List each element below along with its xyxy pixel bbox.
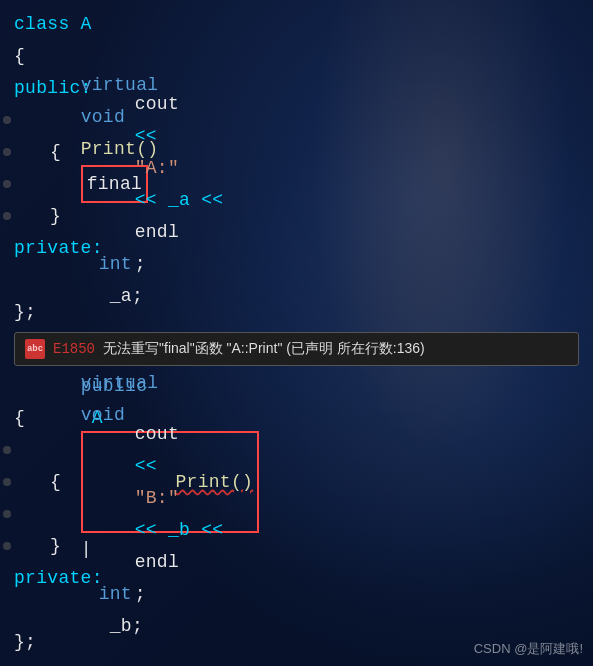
line-dot xyxy=(3,446,11,454)
watermark: CSDN @是阿建哦! xyxy=(474,640,583,658)
error-tooltip: abc E1850 无法重写"final"函数 "A::Print" (已声明 … xyxy=(14,332,579,366)
line-indicator xyxy=(0,180,14,188)
line-indicator xyxy=(0,116,14,124)
line-dot xyxy=(3,148,11,156)
code-text: }; xyxy=(14,626,36,658)
line-indicator xyxy=(0,212,14,220)
line-dot xyxy=(3,542,11,550)
code-line-9: int _a; xyxy=(0,264,593,296)
line-indicator xyxy=(0,542,14,550)
error-icon: abc xyxy=(25,339,45,359)
error-code: E1850 xyxy=(53,341,95,357)
code-line-b5: cout << "B:" << _b << endl ; xyxy=(0,498,593,530)
line-dot xyxy=(3,116,11,124)
line-dot xyxy=(3,180,11,188)
code-line-6: cout << "A:" << _a << endl ; xyxy=(0,168,593,200)
code-editor: class A { public: virtual void Print() f… xyxy=(0,0,593,666)
code-line-b8: int _b; xyxy=(0,594,593,626)
line-dot xyxy=(3,478,11,486)
error-icon-label: abc xyxy=(27,344,43,354)
line-dot xyxy=(3,510,11,518)
error-message: 无法重写"final"函数 "A::Print" (已声明 所在行数:136) xyxy=(103,340,425,358)
line-indicator xyxy=(0,478,14,486)
line-indicator xyxy=(0,510,14,518)
line-dot xyxy=(3,212,11,220)
line-indicator xyxy=(0,148,14,156)
line-indicator xyxy=(0,446,14,454)
